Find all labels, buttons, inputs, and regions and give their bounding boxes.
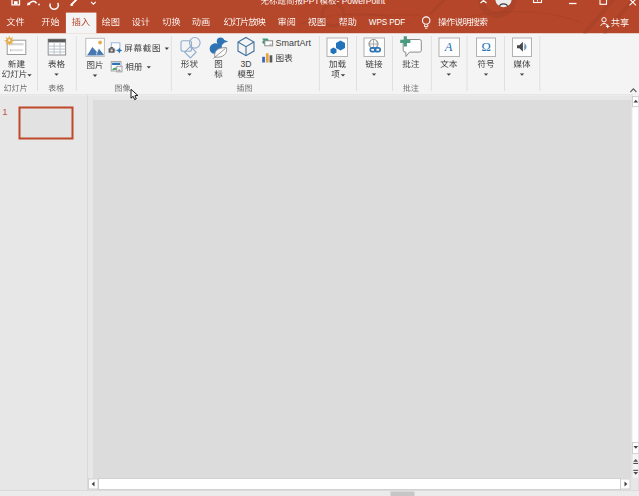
svg-text:WPS PDF: WPS PDF bbox=[369, 18, 405, 27]
svg-text:1: 1 bbox=[2, 106, 7, 117]
svg-text:PPT: PPT bbox=[303, 0, 320, 6]
svg-text:- PowerPoint: - PowerPoint bbox=[337, 0, 386, 6]
svg-text:SmartArt: SmartArt bbox=[276, 38, 312, 48]
svg-text:3D: 3D bbox=[241, 59, 252, 69]
svg-text:A: A bbox=[444, 40, 453, 54]
svg-text:Ω: Ω bbox=[481, 40, 490, 54]
